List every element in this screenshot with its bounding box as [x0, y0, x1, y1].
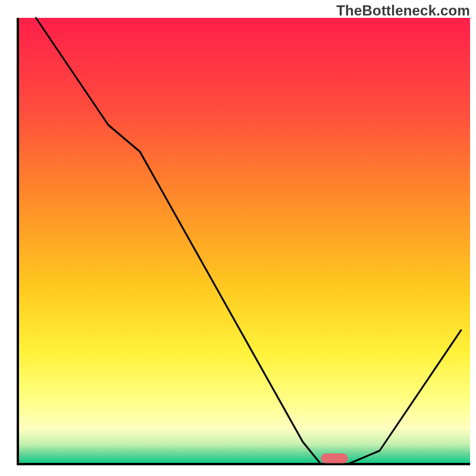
chart-container: TheBottleneck.com: [0, 0, 476, 476]
optimum-marker: [321, 453, 348, 464]
bottleneck-chart: [0, 0, 476, 476]
watermark-text: TheBottleneck.com: [336, 2, 470, 19]
plot-background: [18, 18, 470, 464]
